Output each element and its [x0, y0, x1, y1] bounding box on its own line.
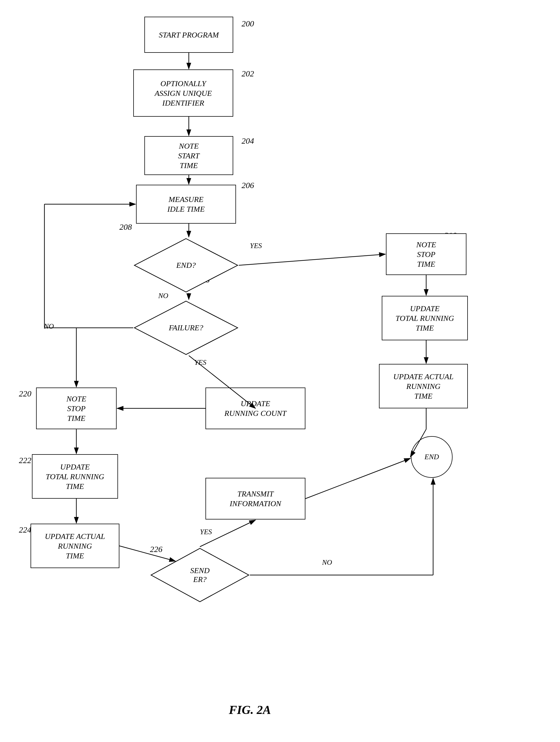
- ref-220: 220: [19, 389, 32, 399]
- end-circle: END: [411, 436, 453, 478]
- yes-failure-label: YES: [194, 358, 206, 367]
- update-actual-running-time-right-box: UPDATE ACTUALRUNNINGTIME: [379, 364, 468, 408]
- yes-sender-label: YES: [200, 528, 212, 536]
- no-failure-label: NO: [44, 322, 54, 331]
- measure-idle-time-box: MEASUREIDLE TIME: [136, 185, 236, 224]
- yes-end-label: YES: [250, 242, 262, 250]
- ref-200: 200: [241, 19, 254, 28]
- svg-line-8: [239, 254, 385, 265]
- failure-diamond: FAILURE?: [133, 300, 239, 356]
- note-start-time-box: NOTESTARTTIME: [145, 136, 233, 175]
- update-running-count-box: UPDATERUNNING COUNT: [206, 387, 305, 429]
- start-program-box: START PROGRAM: [145, 17, 233, 53]
- note-stop-time-right-box: NOTESTOPTIME: [386, 233, 466, 275]
- no-end-label: NO: [158, 292, 168, 300]
- transmit-information-box: TRANSMITINFORMATION: [206, 478, 305, 520]
- end-diamond: END?: [133, 237, 239, 293]
- ref-224: 224: [19, 525, 32, 534]
- update-total-running-time-right-box: UPDATETOTAL RUNNINGTIME: [382, 296, 468, 340]
- arrows-overlay: [0, 0, 560, 717]
- ref-222: 222: [19, 456, 32, 465]
- ref-206: 206: [241, 180, 254, 190]
- send-er-diamond: SENDER?: [150, 547, 250, 603]
- svg-line-22: [305, 458, 410, 499]
- update-total-running-time-left-box: UPDATETOTAL RUNNINGTIME: [32, 454, 118, 499]
- diagram-container: 200 202 204 206 208 210 212 214 216 218 …: [0, 0, 560, 717]
- figure-caption: FIG. 2A: [194, 703, 305, 717]
- update-actual-running-time-left-box: UPDATE ACTUALRUNNINGTIME: [31, 524, 119, 568]
- note-stop-time-left-box: NOTESTOPTIME: [36, 387, 117, 429]
- ref-202: 202: [241, 69, 254, 78]
- no-sender-label: NO: [322, 559, 332, 567]
- assign-identifier-box: OPTIONALLYASSIGN UNIQUEIDENTIFIER: [133, 69, 233, 117]
- ref-208: 208: [119, 222, 132, 232]
- ref-204: 204: [241, 136, 254, 146]
